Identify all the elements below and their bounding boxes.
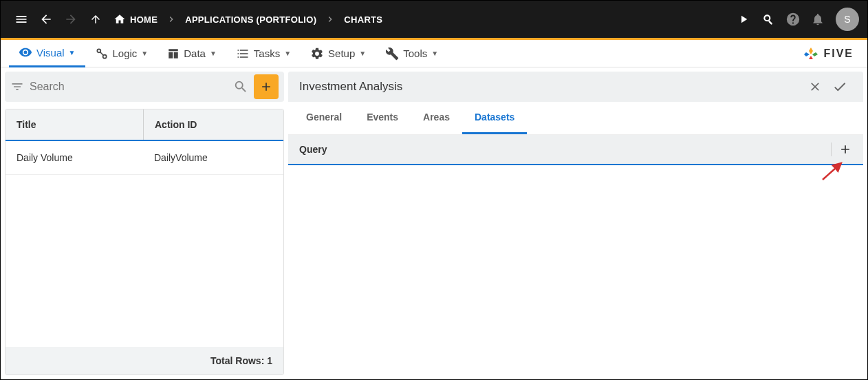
- divider: [831, 142, 832, 156]
- tab-events[interactable]: Events: [354, 102, 411, 134]
- table-row[interactable]: Daily Volume DailyVolume: [6, 141, 283, 175]
- chevron-right-icon: [163, 14, 180, 25]
- query-section-header: Query: [288, 135, 863, 165]
- back-icon[interactable]: [34, 7, 58, 32]
- forward-icon: [58, 7, 83, 32]
- subnav-visual[interactable]: Visual ▼: [9, 40, 85, 67]
- breadcrumb-home[interactable]: HOME: [108, 13, 163, 25]
- brand-text: FIVE: [823, 48, 854, 60]
- help-icon[interactable]: [781, 7, 805, 32]
- dropdown-icon: ▼: [69, 49, 76, 56]
- close-icon[interactable]: [803, 74, 827, 99]
- main-area: Title Action ID Daily Volume DailyVolume…: [1, 67, 867, 379]
- panel-header: Investment Analysis: [288, 72, 863, 102]
- subnav-label: Data: [184, 48, 206, 59]
- sub-nav: Visual ▼ Logic ▼ Data ▼ Tasks ▼ Setup ▼ …: [1, 40, 867, 67]
- right-pane: Investment Analysis General Events Areas…: [288, 67, 867, 379]
- search-icon[interactable]: [233, 79, 248, 94]
- subnav-setup[interactable]: Setup ▼: [301, 40, 376, 67]
- add-query-button[interactable]: [838, 142, 852, 156]
- add-button[interactable]: [254, 74, 279, 99]
- avatar[interactable]: S: [836, 8, 859, 31]
- svg-rect-1: [768, 21, 772, 25]
- footer-count: 1: [267, 355, 272, 366]
- panel-title: Investment Analysis: [299, 80, 803, 94]
- tab-datasets[interactable]: Datasets: [462, 102, 527, 134]
- breadcrumb-label: CHARTS: [344, 14, 382, 25]
- dropdown-icon: ▼: [359, 50, 366, 57]
- svg-point-2: [765, 16, 769, 20]
- breadcrumb-applications[interactable]: APPLICATIONS (PORTFOLIO): [180, 14, 322, 25]
- dropdown-icon: ▼: [141, 50, 148, 57]
- breadcrumb-charts[interactable]: CHARTS: [338, 14, 388, 25]
- up-icon[interactable]: [83, 7, 108, 32]
- subnav-label: Setup: [328, 48, 355, 59]
- subnav-label: Tasks: [254, 48, 280, 59]
- footer-label: Total Rows:: [210, 355, 264, 366]
- subnav-data[interactable]: Data ▼: [158, 40, 226, 67]
- avatar-initial: S: [844, 14, 850, 25]
- table-footer: Total Rows: 1: [6, 347, 283, 374]
- bell-icon[interactable]: [805, 7, 830, 32]
- search-input[interactable]: [30, 81, 228, 93]
- breadcrumb-label: APPLICATIONS (PORTFOLIO): [185, 14, 316, 25]
- subnav-label: Logic: [113, 48, 138, 59]
- confirm-check-icon[interactable]: [827, 74, 852, 99]
- dropdown-icon: ▼: [210, 50, 217, 57]
- cell-title: Daily Volume: [6, 141, 143, 174]
- cell-action-id: DailyVolume: [143, 141, 283, 174]
- tab-general[interactable]: General: [294, 102, 354, 134]
- subnav-tools[interactable]: Tools ▼: [376, 40, 448, 67]
- subnav-label: Visual: [36, 47, 65, 59]
- column-action-id[interactable]: Action ID: [143, 109, 283, 140]
- dropdown-icon: ▼: [284, 50, 291, 57]
- top-bar: HOME APPLICATIONS (PORTFOLIO) CHARTS S: [1, 1, 867, 38]
- left-pane: Title Action ID Daily Volume DailyVolume…: [1, 67, 288, 379]
- breadcrumb-label: HOME: [130, 14, 158, 25]
- column-title[interactable]: Title: [6, 109, 143, 140]
- subnav-tasks[interactable]: Tasks ▼: [226, 40, 301, 67]
- subnav-logic[interactable]: Logic ▼: [85, 40, 158, 67]
- chevron-right-icon: [322, 14, 338, 25]
- panel-tabs: General Events Areas Datasets: [288, 102, 863, 135]
- dropdown-icon: ▼: [431, 50, 438, 57]
- filter-icon[interactable]: [10, 80, 24, 94]
- table-header: Title Action ID: [6, 109, 283, 141]
- search-magnifier-icon[interactable]: [756, 7, 781, 32]
- hamburger-menu-icon[interactable]: [9, 7, 34, 32]
- search-bar: [5, 72, 284, 102]
- tab-areas[interactable]: Areas: [411, 102, 462, 134]
- charts-table: Title Action ID Daily Volume DailyVolume…: [5, 109, 284, 375]
- play-icon[interactable]: [731, 7, 756, 32]
- section-title: Query: [299, 144, 824, 155]
- brand-logo: FIVE: [803, 45, 859, 62]
- subnav-label: Tools: [403, 48, 427, 59]
